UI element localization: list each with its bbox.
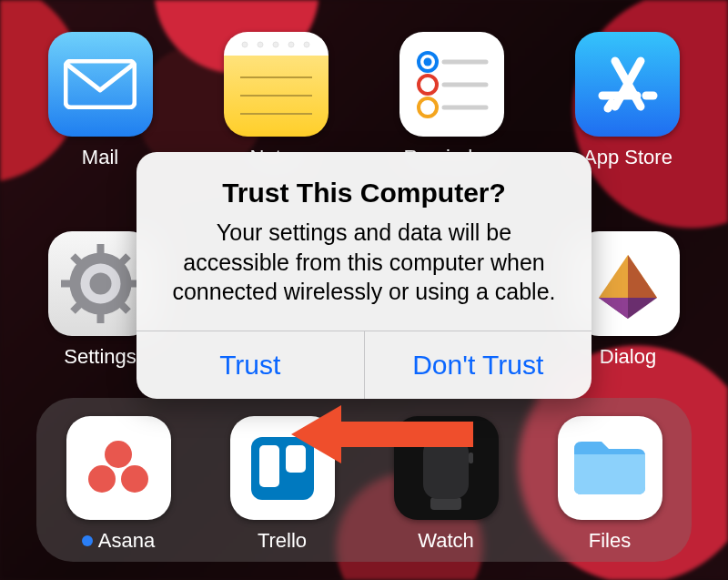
files-icon [558, 416, 662, 520]
svg-rect-45 [469, 453, 473, 463]
trello-icon [230, 416, 335, 520]
asana-icon [66, 416, 171, 520]
notes-icon [224, 32, 329, 137]
mail-icon [48, 32, 153, 137]
app-notes[interactable]: Notes [221, 32, 330, 169]
svg-point-12 [419, 76, 437, 94]
svg-rect-42 [430, 427, 461, 440]
svg-rect-41 [286, 445, 306, 473]
app-label: Settings [64, 345, 136, 369]
svg-point-10 [423, 57, 431, 66]
app-watch[interactable]: Watch [391, 416, 500, 553]
svg-point-8 [304, 42, 309, 47]
dialog-buttons: Trust Don't Trust [136, 331, 592, 399]
dont-trust-button[interactable]: Don't Trust [364, 331, 592, 399]
app-label: Files [589, 529, 631, 553]
svg-rect-0 [66, 61, 135, 107]
svg-line-31 [119, 256, 128, 265]
svg-marker-33 [628, 255, 657, 298]
app-asana[interactable]: Asana [64, 416, 173, 553]
svg-line-20 [608, 103, 612, 108]
svg-point-23 [89, 273, 111, 295]
reminders-icon [399, 32, 504, 137]
svg-marker-35 [599, 298, 628, 319]
svg-line-29 [119, 302, 128, 311]
trust-button[interactable]: Trust [136, 331, 364, 399]
app-row: Mail Notes [46, 32, 682, 169]
appstore-icon [575, 32, 680, 137]
app-files[interactable]: Files [555, 416, 664, 553]
svg-line-30 [73, 302, 82, 311]
svg-point-7 [288, 42, 294, 47]
svg-point-36 [105, 441, 132, 468]
dialog-title: Trust This Computer? [166, 178, 562, 209]
app-label: Mail [82, 146, 118, 169]
svg-line-28 [73, 256, 82, 265]
svg-point-38 [121, 465, 148, 493]
svg-point-5 [258, 42, 263, 47]
svg-point-14 [419, 98, 437, 117]
app-label: Trello [258, 529, 307, 553]
notification-dot-icon [82, 535, 93, 546]
svg-point-6 [273, 42, 278, 47]
svg-rect-44 [423, 438, 469, 499]
svg-point-4 [242, 42, 248, 47]
app-label: Asana [98, 529, 155, 553]
trust-computer-dialog: Trust This Computer? Your settings and d… [136, 152, 592, 399]
app-label: App Store [583, 146, 672, 169]
dock: Asana Trello Watch [36, 398, 692, 562]
svg-rect-43 [430, 497, 461, 510]
svg-point-37 [88, 465, 116, 493]
app-label: Dialog [600, 345, 656, 369]
app-label: Watch [418, 529, 474, 553]
app-appstore[interactable]: App Store [573, 32, 682, 169]
app-trello[interactable]: Trello [228, 416, 337, 553]
watch-icon [394, 416, 499, 520]
dialog-message: Your settings and data will be accessibl… [166, 218, 562, 307]
app-reminders[interactable]: Reminders [398, 32, 507, 169]
app-mail[interactable]: Mail [46, 32, 155, 169]
svg-rect-40 [259, 445, 279, 487]
